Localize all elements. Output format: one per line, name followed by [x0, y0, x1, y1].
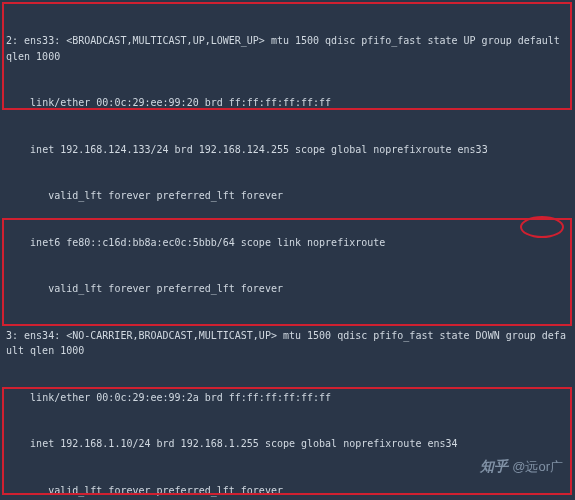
output-line: link/ether 00:0c:29:ee:99:2a brd ff:ff:f…: [0, 390, 575, 406]
watermark-author: @远or广: [512, 457, 563, 477]
output-line: 2: ens33: <BROADCAST,MULTICAST,UP,LOWER_…: [0, 33, 575, 64]
output-line: inet 192.168.1.10/24 brd 192.168.1.255 s…: [0, 436, 575, 452]
output-line: valid_lft forever preferred_lft forever: [0, 483, 575, 499]
output-line: link/ether 00:0c:29:ee:99:20 brd ff:ff:f…: [0, 95, 575, 111]
output-line: inet6 fe80::c16d:bb8a:ec0c:5bbb/64 scope…: [0, 235, 575, 251]
output-line: 3: ens34: <NO-CARRIER,BROADCAST,MULTICAS…: [0, 328, 575, 359]
zhihu-logo-icon: 知乎: [480, 456, 508, 478]
output-line: inet 192.168.124.133/24 brd 192.168.124.…: [0, 142, 575, 158]
terminal-output: 2: ens33: <BROADCAST,MULTICAST,UP,LOWER_…: [0, 2, 575, 500]
output-line: valid_lft forever preferred_lft forever: [0, 188, 575, 204]
output-line: valid_lft forever preferred_lft forever: [0, 281, 575, 297]
watermark: 知乎 @远or广: [480, 456, 563, 478]
